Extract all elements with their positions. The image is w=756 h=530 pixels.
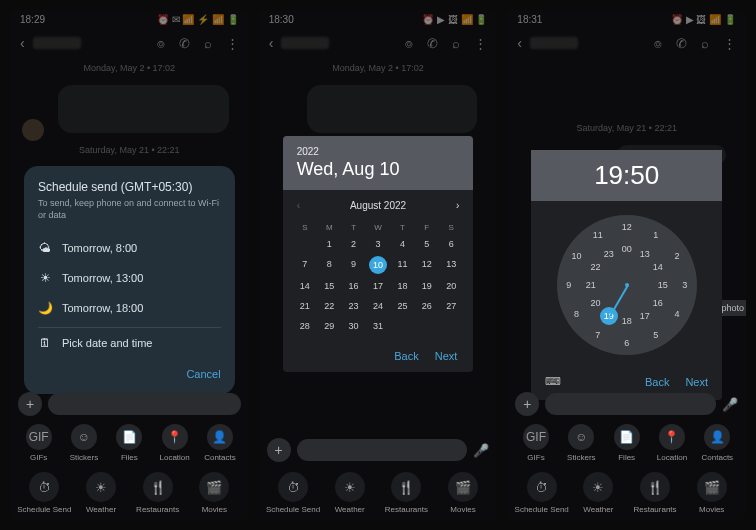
calendar-day[interactable]: 9 (341, 256, 365, 274)
clock-hour[interactable]: 14 (653, 262, 663, 272)
back-button[interactable]: Back (645, 376, 669, 388)
clock-hour[interactable]: 12 (622, 222, 632, 232)
calendar-day[interactable]: 29 (317, 318, 341, 334)
attachment-gifs[interactable]: GIFGIFs (513, 424, 558, 462)
calendar-day[interactable]: 26 (415, 298, 439, 314)
clock-hour[interactable]: 00 (622, 244, 632, 254)
attachment-files[interactable]: 📄Files (107, 424, 152, 462)
attachment-files[interactable]: 📄Files (604, 424, 649, 462)
calendar-day[interactable]: 22 (317, 298, 341, 314)
clock-hour[interactable]: 6 (624, 338, 629, 348)
attachment-gifs[interactable]: GIFGIFs (16, 424, 61, 462)
add-button[interactable]: + (267, 438, 291, 462)
shortcut-movies[interactable]: 🎬Movies (435, 472, 492, 514)
calendar-day[interactable]: 2 (341, 236, 365, 252)
calendar-day[interactable]: 27 (439, 298, 463, 314)
clock-hour[interactable]: 3 (682, 280, 687, 290)
next-button[interactable]: Next (685, 376, 708, 388)
calendar-day[interactable]: 11 (390, 256, 414, 274)
attachment-stickers[interactable]: ☺Stickers (61, 424, 106, 462)
clock-hour[interactable]: 2 (674, 251, 679, 261)
schedule-option[interactable]: 🌤 Tomorrow, 8:00 (38, 233, 221, 263)
time-display[interactable]: 19:50 (531, 150, 722, 201)
schedule-option[interactable]: ☀ Tomorrow, 13:00 (38, 263, 221, 293)
month-label[interactable]: August 2022 (350, 200, 406, 211)
calendar-day[interactable]: 1 (317, 236, 341, 252)
clock-hour[interactable]: 18 (622, 316, 632, 326)
calendar-day[interactable]: 17 (366, 278, 390, 294)
mic-icon[interactable]: 🎤 (722, 397, 738, 412)
calendar-day[interactable]: 7 (293, 256, 317, 274)
clock-hour[interactable]: 20 (590, 298, 600, 308)
schedule-option[interactable]: 🌙 Tomorrow, 18:00 (38, 293, 221, 323)
prev-month-icon[interactable]: ‹ (297, 200, 300, 211)
calendar-day[interactable]: 5 (415, 236, 439, 252)
clock-hour[interactable]: 8 (574, 309, 579, 319)
calendar-day[interactable]: 4 (390, 236, 414, 252)
calendar-day[interactable]: 3 (366, 236, 390, 252)
back-button[interactable]: Back (394, 350, 418, 362)
clock-hour[interactable]: 19 (600, 307, 618, 325)
shortcut-restaurants[interactable]: 🍴Restaurants (129, 472, 186, 514)
calendar-day[interactable]: 31 (366, 318, 390, 334)
shortcut-weather[interactable]: ☀Weather (73, 472, 130, 514)
calendar-day[interactable]: 16 (341, 278, 365, 294)
clock-hour[interactable]: 13 (640, 249, 650, 259)
shortcut-movies[interactable]: 🎬Movies (683, 472, 740, 514)
shortcut-movies[interactable]: 🎬Movies (186, 472, 243, 514)
shortcut-schedule-send[interactable]: ⏱Schedule Send (513, 472, 570, 514)
attachment-stickers[interactable]: ☺Stickers (559, 424, 604, 462)
clock-hour[interactable]: 4 (674, 309, 679, 319)
calendar-day[interactable]: 8 (317, 256, 341, 274)
calendar-day[interactable]: 6 (439, 236, 463, 252)
attachment-contacts[interactable]: 👤Contacts (197, 424, 242, 462)
calendar-day[interactable]: 20 (439, 278, 463, 294)
add-button[interactable]: + (18, 392, 42, 416)
clock-hour[interactable]: 17 (640, 311, 650, 321)
calendar-day[interactable]: 15 (317, 278, 341, 294)
calendar-day[interactable]: 13 (439, 256, 463, 274)
calendar-day[interactable]: 24 (366, 298, 390, 314)
next-month-icon[interactable]: › (456, 200, 459, 211)
shortcut-weather[interactable]: ☀Weather (321, 472, 378, 514)
clock-hour[interactable]: 23 (604, 249, 614, 259)
calendar-day[interactable]: 10 (369, 256, 387, 274)
clock-hour[interactable]: 22 (590, 262, 600, 272)
clock-hour[interactable]: 15 (658, 280, 668, 290)
shortcut-weather[interactable]: ☀Weather (570, 472, 627, 514)
clock-hour[interactable]: 21 (586, 280, 596, 290)
attachment-contacts[interactable]: 👤Contacts (695, 424, 740, 462)
clock-hour[interactable]: 16 (653, 298, 663, 308)
calendar-day[interactable]: 14 (293, 278, 317, 294)
calendar-day[interactable]: 23 (341, 298, 365, 314)
pick-date-time-option[interactable]: 🗓 Pick date and time (38, 328, 221, 358)
next-button[interactable]: Next (435, 350, 458, 362)
year-label[interactable]: 2022 (297, 146, 460, 157)
calendar-day[interactable]: 21 (293, 298, 317, 314)
attachment-location[interactable]: 📍Location (152, 424, 197, 462)
message-input[interactable] (545, 393, 716, 415)
calendar-day[interactable]: 18 (390, 278, 414, 294)
cancel-button[interactable]: Cancel (38, 358, 221, 380)
clock-hour[interactable]: 5 (653, 330, 658, 340)
mic-icon[interactable]: 🎤 (473, 443, 489, 458)
calendar-day[interactable]: 19 (415, 278, 439, 294)
add-button[interactable]: + (515, 392, 539, 416)
keyboard-icon[interactable]: ⌨ (545, 375, 561, 388)
attachment-location[interactable]: 📍Location (649, 424, 694, 462)
shortcut-restaurants[interactable]: 🍴Restaurants (378, 472, 435, 514)
clock-hour[interactable]: 7 (595, 330, 600, 340)
calendar-day[interactable]: 28 (293, 318, 317, 334)
calendar-day[interactable]: 30 (341, 318, 365, 334)
clock-hour[interactable]: 1 (653, 230, 658, 240)
clock-hour[interactable]: 10 (571, 251, 581, 261)
shortcut-restaurants[interactable]: 🍴Restaurants (627, 472, 684, 514)
calendar-day[interactable]: 25 (390, 298, 414, 314)
message-input[interactable] (297, 439, 468, 461)
shortcut-schedule-send[interactable]: ⏱Schedule Send (16, 472, 73, 514)
clock-hour[interactable]: 9 (566, 280, 571, 290)
clock-face[interactable]: 121234567891011001314151617181920212223 (557, 215, 697, 355)
shortcut-schedule-send[interactable]: ⏱Schedule Send (265, 472, 322, 514)
message-input[interactable] (48, 393, 241, 415)
clock-hour[interactable]: 11 (593, 230, 603, 240)
